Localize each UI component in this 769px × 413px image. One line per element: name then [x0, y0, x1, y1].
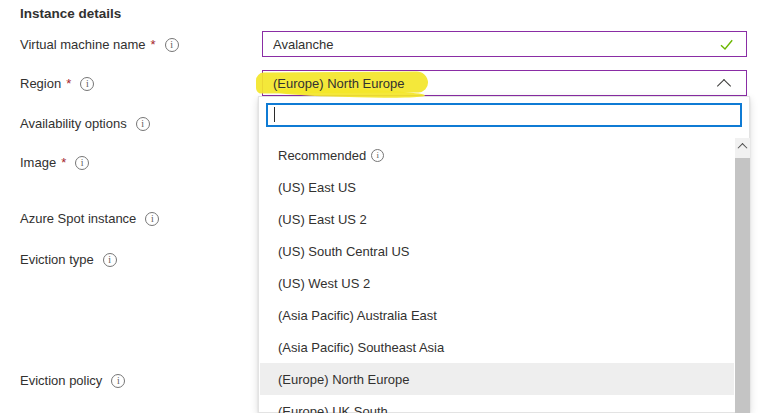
region-option[interactable]: (Europe) UK South [260, 395, 734, 413]
eviction-policy-label-row: Eviction policy i [20, 367, 125, 394]
info-icon[interactable]: i [75, 156, 89, 170]
availability-options-label: Availability options [20, 116, 127, 131]
region-option-selected[interactable]: (Europe) North Europe [260, 363, 734, 395]
group-header-label: Recommended [278, 148, 366, 163]
info-icon[interactable]: i [103, 253, 117, 267]
eviction-policy-label: Eviction policy [20, 373, 102, 388]
vm-name-field [262, 31, 747, 57]
vm-name-label: Virtual machine name [20, 37, 146, 52]
region-option[interactable]: (Asia Pacific) Southeast Asia [260, 331, 734, 363]
availability-options-label-row: Availability options i [20, 110, 150, 137]
info-icon[interactable]: i [136, 117, 150, 131]
region-search-box [266, 103, 742, 127]
section-title: Instance details [20, 6, 121, 21]
region-option[interactable]: (US) East US 2 [260, 203, 734, 235]
scrollbar-thumb[interactable] [735, 158, 750, 413]
dropdown-scrollbar[interactable] [735, 138, 750, 413]
vm-name-label-row: Virtual machine name * i [20, 31, 179, 58]
region-selected-value: (Europe) North Europe [263, 76, 405, 91]
region-label: Region [20, 76, 61, 91]
region-option[interactable]: (US) East US [260, 171, 734, 203]
valid-check-icon [719, 37, 734, 55]
region-group-header: Recommended i [260, 139, 734, 171]
scroll-up-button[interactable] [735, 138, 750, 155]
region-search-input[interactable] [268, 105, 740, 125]
region-combobox[interactable]: (Europe) North Europe [262, 70, 747, 96]
azure-spot-label-row: Azure Spot instance i [20, 205, 159, 232]
text-caret [274, 107, 275, 122]
required-asterisk: * [61, 155, 66, 170]
eviction-type-label: Eviction type [20, 252, 94, 267]
chevron-up-icon [717, 79, 731, 93]
info-icon[interactable]: i [111, 374, 125, 388]
region-option[interactable]: (US) South Central US [260, 235, 734, 267]
region-option[interactable]: (Asia Pacific) Australia East [260, 299, 734, 331]
eviction-type-label-row: Eviction type i [20, 246, 117, 273]
info-icon[interactable]: i [145, 212, 159, 226]
region-label-row: Region * i [20, 70, 94, 97]
required-asterisk: * [66, 76, 71, 91]
azure-spot-label: Azure Spot instance [20, 211, 136, 226]
vm-name-input[interactable] [263, 37, 746, 52]
region-dropdown-panel: Recommended i (US) East US (US) East US … [258, 96, 750, 413]
info-icon[interactable]: i [371, 149, 384, 162]
info-icon[interactable]: i [80, 77, 94, 91]
region-option[interactable]: (US) West US 2 [260, 267, 734, 299]
image-label-row: Image * i [20, 149, 89, 176]
scroll-up-arrow-icon [738, 143, 748, 153]
required-asterisk: * [151, 37, 156, 52]
info-icon[interactable]: i [165, 38, 179, 52]
image-label: Image [20, 155, 56, 170]
instance-details-form: Instance details Virtual machine name * … [0, 0, 769, 413]
